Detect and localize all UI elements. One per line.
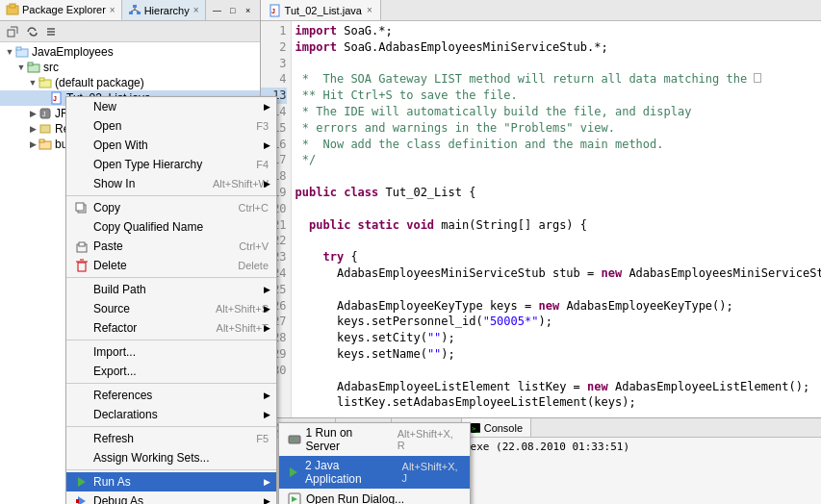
run-as-icon [74, 474, 90, 490]
refresh-icon [74, 431, 90, 446]
svg-text:>_: >_ [472, 425, 480, 433]
context-menu-debug-as[interactable]: Debug As [66, 491, 276, 504]
context-menu-assign-working-sets[interactable]: Assign Working Sets... [66, 448, 276, 467]
run-as-java-app[interactable]: 2 Java Application Alt+Shift+X, J [279, 456, 470, 489]
console-icon: >_ [470, 422, 481, 434]
default-package-label: (default package) [55, 76, 144, 89]
code-line-8: * Now add the class definition and the m… [295, 137, 821, 153]
svg-rect-28 [79, 242, 85, 246]
code-line-15: try { [295, 249, 821, 265]
java-app-label: 2 Java Application [305, 459, 393, 486]
context-menu-refactor[interactable]: Refactor Alt+Shift+T [66, 318, 276, 338]
left-panel: Package Explorer × Hierarchy × — □ × [0, 0, 261, 504]
debug-as-icon [74, 493, 90, 504]
tab-hierarchy-close[interactable]: × [193, 5, 199, 15]
minimize-button[interactable]: — [210, 3, 225, 18]
code-line-3 [295, 56, 821, 72]
separator-2 [66, 277, 276, 278]
context-menu-open-type-hierarchy[interactable]: Open Type Hierarchy F4 [66, 155, 276, 174]
code-line-5: ** Hit Ctrl+S to save the file. [295, 88, 821, 104]
context-copy-qualified-label: Copy Qualified Name [93, 220, 203, 234]
editor-tab-tut02list[interactable]: J Tut_02_List.java × [261, 0, 381, 20]
line-num-3: 3 [261, 56, 287, 72]
open-run-dialog[interactable]: Open Run Dialog... [279, 489, 470, 504]
expand-arrow: ▼ [4, 47, 15, 57]
tab-package-explorer[interactable]: Package Explorer × [0, 0, 122, 20]
context-menu-run-as[interactable]: Run As [66, 472, 276, 491]
svg-rect-22 [40, 125, 50, 133]
code-line-18: AdabasEmployeeKeyType keys = new AdabasE… [295, 298, 821, 315]
javaemployees-label: JavaEmployees [32, 45, 114, 59]
context-menu-build-path[interactable]: Build Path [66, 280, 276, 299]
hierarchy-icon [128, 4, 141, 17]
java-tab-icon: J [269, 4, 282, 17]
tab-package-explorer-close[interactable]: × [110, 5, 115, 15]
view-menu-button[interactable] [42, 23, 60, 40]
svg-marker-39 [292, 496, 297, 502]
svg-rect-29 [78, 263, 86, 271]
tree-item-javaemployees[interactable]: ▼ JavaEmployees [0, 44, 260, 60]
tree-item-default-package[interactable]: ▼ (default package) [0, 75, 260, 90]
left-tab-bar: Package Explorer × Hierarchy × — □ × [0, 0, 260, 21]
context-menu-declarations[interactable]: Declarations [66, 405, 276, 424]
context-open-label: Open [93, 119, 121, 133]
refresh-shortcut: F5 [237, 433, 269, 444]
svg-marker-33 [78, 496, 86, 504]
context-references-label: References [93, 389, 152, 402]
tree-item-src[interactable]: ▼ src [0, 60, 260, 75]
context-export-label: Export... [93, 365, 137, 378]
context-menu-copy[interactable]: Copy Ctrl+C [66, 198, 276, 217]
svg-rect-15 [28, 63, 33, 65]
ref-library-icon [38, 122, 52, 136]
hierarchy-icon [74, 157, 90, 172]
copy-shortcut: Ctrl+C [219, 202, 269, 214]
run-dialog-icon [287, 491, 302, 504]
context-menu-export[interactable]: Export... [66, 362, 276, 381]
separator-4 [66, 383, 276, 384]
collapse-all-button[interactable] [4, 23, 21, 40]
svg-marker-32 [78, 477, 86, 487]
tab-hierarchy[interactable]: Hierarchy × [122, 0, 206, 20]
context-menu-references[interactable]: References [66, 386, 276, 405]
separator-6 [66, 469, 276, 470]
run-as-server[interactable]: 1 Run on Server Alt+Shift+X, R [279, 423, 470, 456]
context-menu-open[interactable]: Open F3 [66, 116, 276, 136]
tab-console[interactable]: >_ Console [462, 418, 531, 437]
editor-tab-close[interactable]: × [367, 5, 372, 15]
context-menu-refresh[interactable]: Refresh F5 [66, 429, 276, 448]
import-icon [74, 344, 90, 360]
context-paste-label: Paste [93, 239, 123, 253]
tab-package-explorer-label: Package Explorer [22, 4, 106, 15]
java-app-shortcut: Alt+Shift+X, J [393, 461, 462, 484]
code-line-20: keys.setCity(""); [295, 330, 821, 346]
code-content[interactable]: import SoaG.*; import SoaG.AdabasEmploye… [292, 21, 821, 417]
svg-rect-26 [76, 203, 84, 211]
link-editor-button[interactable] [23, 23, 40, 40]
separator-3 [66, 340, 276, 340]
editor-tab-filename: Tut_02_List.java [285, 5, 362, 16]
context-menu-copy-qualified[interactable]: Copy Qualified Name [66, 217, 276, 237]
code-line-11: public class Tut_02_List { [295, 185, 821, 201]
close-left-panel-button[interactable]: × [241, 3, 256, 18]
context-debug-as-label: Debug As [93, 494, 143, 504]
context-menu-paste[interactable]: Paste Ctrl+V [66, 237, 276, 256]
editor-area: 1 2 3 4 13 14 15 16 17 18 19 20 21 22 23… [261, 21, 821, 417]
context-menu-import[interactable]: Import... [66, 342, 276, 362]
code-line-9: */ [295, 152, 821, 168]
context-menu-new[interactable]: New [66, 97, 276, 116]
maximize-button[interactable]: □ [225, 3, 241, 18]
svg-line-6 [131, 10, 135, 12]
code-line-10 [295, 168, 821, 185]
context-menu-delete[interactable]: Delete Delete [66, 256, 276, 275]
show-in-shortcut: Alt+Shift+W [193, 178, 269, 189]
context-refactor-label: Refactor [93, 321, 137, 335]
working-sets-icon [74, 450, 90, 466]
java-run-icon [287, 465, 301, 480]
context-run-as-label: Run As [93, 475, 131, 489]
code-line-2: import SoaG.AdabasEmployeesMiniServiceSt… [295, 39, 821, 56]
context-menu-source[interactable]: Source Alt+Shift+S [66, 299, 276, 318]
context-menu-show-in[interactable]: Show In Alt+Shift+W [66, 174, 276, 193]
context-open-hierarchy-label: Open Type Hierarchy [93, 158, 202, 171]
context-menu-open-with[interactable]: Open With [66, 136, 276, 155]
svg-rect-1 [10, 4, 15, 8]
